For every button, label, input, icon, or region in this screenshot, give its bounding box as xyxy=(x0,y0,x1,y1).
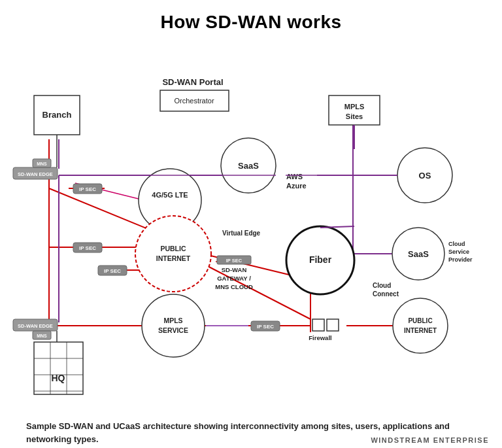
sdwan-portal-label: SD-WAN Portal xyxy=(162,77,223,87)
public-internet-right-circle xyxy=(393,298,448,353)
sdwan-gw-label-3: MNS CLOUD xyxy=(215,283,253,290)
brand-text: WINDSTREAM ENTERPRISE xyxy=(371,436,489,444)
ipsec-label-1: IP SEC xyxy=(79,186,96,192)
sdwan-gw-label-1: SD-WAN xyxy=(222,266,247,273)
diagram-area: Branch SD-WAN EDGE MNS IP SEC IP SEC IP … xyxy=(0,38,502,411)
cloud-connect-label-1: Cloud xyxy=(373,282,391,289)
ipsec-label-2: IP SEC xyxy=(79,245,96,251)
mpls-service-circle xyxy=(142,294,205,357)
hq-box xyxy=(34,342,83,394)
cloud-service-label-2: Service xyxy=(448,249,469,255)
mpls-sites-label-2: Sites xyxy=(346,112,363,120)
public-internet-circle xyxy=(135,216,211,292)
saas-right-label: SaaS xyxy=(408,249,429,259)
ipsec-label-3: IP SEC xyxy=(104,268,121,274)
sdwan-edge-bottom-label: SD-WAN EDGE xyxy=(18,323,53,329)
os-label: OS xyxy=(419,171,431,181)
saas-top-label: SaaS xyxy=(238,161,259,171)
sdwan-gw-label-2: GATEWAY / xyxy=(217,275,251,282)
public-internet-label-2: INTERNET xyxy=(156,254,191,262)
mpls-service-label-2: SERVICE xyxy=(158,326,188,334)
virtual-edge-label: Virtual Edge xyxy=(222,230,261,237)
fiber-label: Fiber xyxy=(309,254,332,265)
hq-label: HQ xyxy=(52,373,65,383)
page-title: How SD-WAN works xyxy=(0,0,502,38)
sdwan-gw-ipsec-label: IP SEC xyxy=(226,258,243,264)
firewall-box-1 xyxy=(312,319,324,331)
mns-top-label: MNS xyxy=(37,162,47,166)
mns-bottom-label: MNS xyxy=(37,334,47,338)
mpls-sites-label-1: MPLS xyxy=(344,103,365,111)
aws-label: AWS xyxy=(286,173,303,181)
cloud-service-label-1: Cloud xyxy=(448,241,465,247)
public-internet-right-label-1: PUBLIC xyxy=(408,317,432,324)
ipsec-label-mpls: IP SEC xyxy=(257,324,274,330)
branch-label: Branch xyxy=(42,110,72,120)
lte-label: 4G/5G LTE xyxy=(152,191,188,199)
public-internet-right-label-2: INTERNET xyxy=(404,327,437,334)
mpls-service-label-1: MPLS xyxy=(163,317,182,324)
cloud-connect-label-2: Connect xyxy=(373,290,399,298)
firewall-box-2 xyxy=(327,319,339,331)
cloud-service-label-3: Provider xyxy=(448,256,473,263)
public-internet-label-1: PUBLIC xyxy=(160,245,186,252)
azure-label: Azure xyxy=(286,182,307,190)
sdwan-edge-top-label: SD-WAN EDGE xyxy=(18,171,53,177)
orchestrator-label: Orchestrator xyxy=(174,97,214,105)
firewall-label: Firewall xyxy=(309,334,331,341)
